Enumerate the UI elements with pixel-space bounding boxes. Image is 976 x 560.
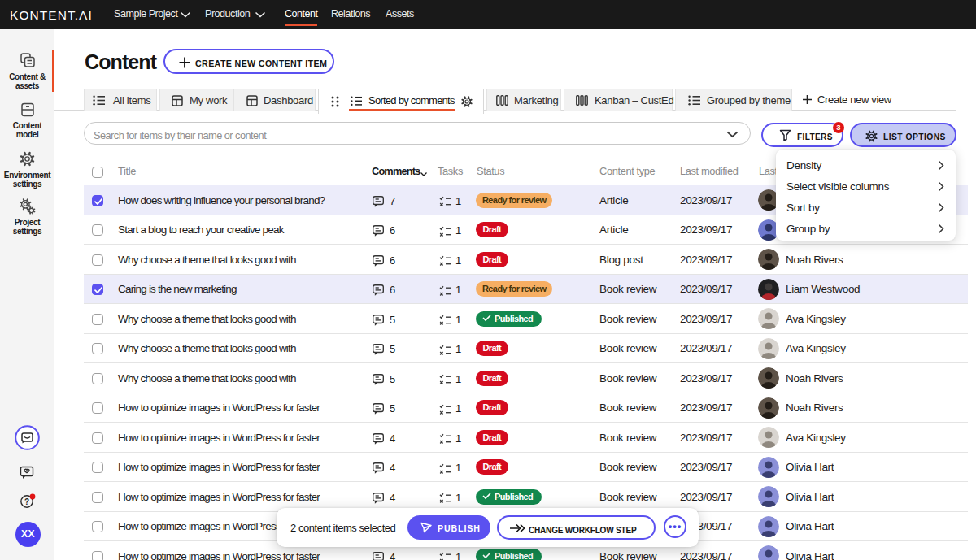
svg-text:?: ? [24, 497, 29, 506]
